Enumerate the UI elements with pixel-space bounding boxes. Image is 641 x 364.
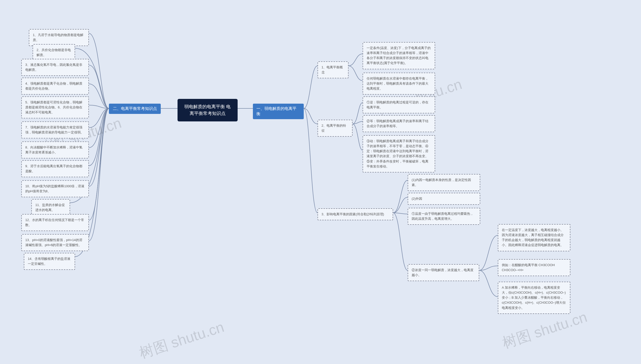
list-item: ②等：弱电解质电离成离子的速率和离子结合成分子的速率相等。	[367, 119, 428, 128]
list-item: ③动：弱电解质电离成离子和离子结合成分子的速率相等，不等于零，是动态平衡。④定：…	[367, 139, 428, 168]
right-n2-c2[interactable]: ②等：弱电解质电离成离子的速率和离子结合成分子的速率相等。	[363, 115, 435, 132]
root-node[interactable]: 弱电解质的电离平衡 电离平衡常考知识点	[178, 99, 238, 121]
left-item-9[interactable]: 9、溶于水后能电离出氢离子的化合物都是酸。	[21, 160, 89, 177]
right-n2[interactable]: 2、电离平衡的特征	[317, 120, 353, 137]
right-n3-c3[interactable]: ①温度一由于弱电解质电离过程均要吸热，因此温度升高，电离度增大。	[408, 208, 480, 225]
list-item: 1、凡溶于水能导电的物质都是电解质。	[33, 33, 83, 42]
list-item: 11、盐类的水解会促进水的电离。	[35, 203, 65, 212]
left-item-3[interactable]: 3、液态氯化氢不导电，因此氯化氢是非电解质。	[21, 59, 89, 76]
list-item: 在一定温度下，浓度越大，电离程度越小。因为溶液浓度越大，离子相互碰撞结合成分子的…	[502, 228, 564, 247]
right-n3[interactable]: 3、影响电离平衡的因素(符合勒沙特列原理)	[317, 208, 393, 220]
branch-left-label: 二、电离平衡常考知识点	[113, 106, 157, 111]
list-item: 2、电离平衡的特征	[322, 124, 346, 132]
list-item: A 加水稀释，平衡向右移动，电离程度变大，但c(CH3COOH)、c(H+)、c…	[502, 286, 566, 310]
branch-right-label: 一、弱电解质的电离平衡	[256, 106, 300, 117]
right-n3-c4-d2[interactable]: 例如：在醋酸的电离平衡 CH3COOH CH3COO–+H+	[498, 259, 570, 276]
list-item: 1、电离平衡概念	[322, 65, 343, 74]
list-item: 4、强电解质都是离子化合物，弱电解质都是共价化合物。	[25, 82, 82, 90]
left-item-13[interactable]: 13、pH=0的溶液酸性最强，pH=14的溶液碱性最强。pH=6的溶液一定显酸性…	[21, 234, 89, 251]
right-n1[interactable]: 1、电离平衡概念	[317, 61, 349, 78]
list-item: 14、含有弱酸根离子的盐溶液一定呈碱性。	[28, 257, 70, 266]
list-item: 任何弱电解质在水溶液中都存在电离平衡，达到平衡时，弱电解质具有该条件下的最大电离…	[367, 77, 428, 90]
right-n1-c1[interactable]: 一定条件(温度、浓度)下，分子电离成离子的速率和离子结合成分子的速率相等，溶液中…	[363, 42, 435, 69]
left-item-10[interactable]: 10、将pH值为5的盐酸稀释1000倍，溶液的pH值将变为8。	[21, 180, 89, 197]
right-n3-c4[interactable]: ②浓度一同一弱电解质，浓度越大，电离度越小。	[408, 264, 479, 281]
right-n3-c4-d3[interactable]: A 加水稀释，平衡向右移动，电离程度变大，但c(CH3COOH)、c(H+)、c…	[498, 282, 570, 314]
right-n2-c1[interactable]: ①逆：弱电解质的电离过程是可逆的，存在电离平衡。	[363, 96, 435, 113]
mindmap-canvas: 树图 shutu.cn 树图 shutu.cn 树图 shutu.cn 树图 s…	[0, 0, 641, 364]
right-n3-c4-d1[interactable]: 在一定温度下，浓度越大，电离程度越小。因为溶液浓度越大，离子相互碰撞结合成分子的…	[498, 224, 570, 251]
branch-right[interactable]: 一、弱电解质的电离平衡	[253, 104, 304, 119]
list-item: 3、液态氯化氢不导电，因此氯化氢是非电解质。	[25, 63, 82, 72]
list-item: 5、强电解质都是可溶性化合物，弱电解质都是难溶性化合物。6、共价化合物在液态时不…	[25, 100, 82, 114]
left-item-14[interactable]: 14、含有弱酸根离子的盐溶液一定呈碱性。	[24, 253, 75, 270]
list-item: 7、强电解质的水溶液导电能力肯定很强强，弱电解质溶液的导电能力一定很弱。	[25, 125, 84, 134]
list-item: 例如：在醋酸的电离平衡 CH3COOH CH3COO–+H+	[502, 263, 555, 272]
left-item-7[interactable]: 7、强电解质的水溶液导电能力肯定很强强，弱电解质溶液的导电能力一定很弱。	[21, 121, 89, 138]
list-item: (1)内因一电解质本身的性质，是决定性因素。	[412, 178, 471, 187]
left-item-4[interactable]: 4、强电解质都是离子化合物，弱电解质都是共价化合物。	[21, 78, 89, 95]
left-item-12[interactable]: 12、水的离子积在任何情况下都是一个常数。	[21, 214, 89, 231]
list-item: 8、向冰醋酸中不断加水稀释，溶液中氢离子浓度将逐渐减小。	[25, 145, 82, 154]
list-item: ①温度一由于弱电解质电离过程均要吸热，因此温度升高，电离度增大。	[412, 212, 473, 221]
list-item: ②浓度一同一弱电解质，浓度越大，电离度越小。	[412, 268, 473, 277]
right-n2-c3[interactable]: ③动：弱电解质电离成离子和离子结合成分子的速率相等，不等于零，是动态平衡。④定：…	[363, 135, 435, 172]
list-item: 9、溶于水后能电离出氢离子的化合物都是酸。	[25, 164, 82, 173]
right-n3-c2[interactable]: (2)外因	[408, 193, 480, 205]
list-item: ①逆：弱电解质的电离过程是可逆的，存在电离平衡。	[367, 100, 428, 109]
left-item-1[interactable]: 1、凡溶于水能导电的物质都是电解质。	[29, 29, 89, 46]
list-item: 10、将pH值为5的盐酸稀释1000倍，溶液的pH值将变为8。	[25, 184, 84, 193]
root-title: 弱电解质的电离平衡 电离平衡常考知识点	[183, 103, 233, 117]
right-n3-c1[interactable]: (1)内因一电解质本身的性质，是决定性因素。	[408, 174, 480, 191]
left-item-5[interactable]: 5、强电解质都是可溶性化合物，弱电解质都是难溶性化合物。6、共价化合物在液态时不…	[21, 96, 89, 118]
list-item: 12、水的离子积在任何情况下都是一个常数。	[25, 218, 84, 227]
list-item: 2、共价化合物都是非电解质。	[37, 48, 71, 57]
right-n1-c2[interactable]: 任何弱电解质在水溶液中都存在电离平衡，达到平衡时，弱电解质具有该条件下的最大电离…	[363, 73, 435, 95]
list-item: 3、影响电离平衡的因素(符合勒沙特列原理)	[322, 212, 384, 216]
branch-left[interactable]: 二、电离平衡常考知识点	[109, 104, 161, 114]
watermark: 树图 shutu.cn	[137, 317, 227, 363]
list-item: (2)外因	[412, 197, 422, 201]
left-item-11[interactable]: 11、盐类的水解会促进水的电离。	[31, 199, 70, 216]
list-item: 一定条件(温度、浓度)下，分子电离成离子的速率和离子结合成分子的速率相等，溶液中…	[367, 46, 431, 65]
left-item-8[interactable]: 8、向冰醋酸中不断加水稀释，溶液中氢离子浓度将逐渐减小。	[21, 141, 89, 158]
list-item: 13、pH=0的溶液酸性最强，pH=14的溶液碱性最强。pH=6的溶液一定显酸性…	[25, 238, 82, 247]
watermark: 树图 shutu.cn	[500, 307, 590, 353]
